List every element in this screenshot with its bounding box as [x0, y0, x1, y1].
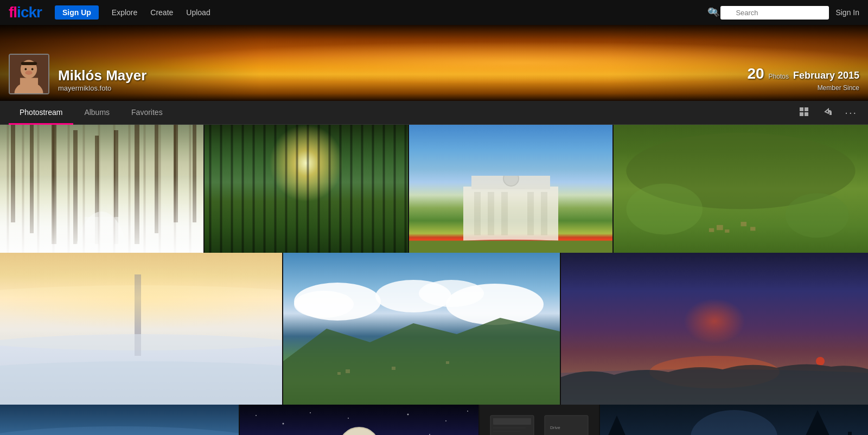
tabs-right: ···	[795, 101, 868, 124]
photo-cell[interactable]	[205, 125, 408, 253]
svg-rect-87	[493, 418, 531, 425]
svg-marker-58	[283, 318, 560, 405]
nav-search-area: 🔍 Sign In	[707, 6, 859, 20]
member-since-value: February 2015	[793, 70, 859, 81]
svg-rect-21	[155, 125, 158, 233]
avatar[interactable]	[9, 54, 49, 94]
photo-cell[interactable]	[409, 125, 612, 253]
svg-rect-7	[21, 62, 37, 65]
search-input[interactable]	[720, 6, 829, 20]
signin-link[interactable]: Sign In	[835, 8, 859, 17]
svg-rect-30	[501, 192, 508, 235]
svg-point-24	[74, 212, 129, 253]
svg-rect-28	[474, 192, 481, 235]
svg-rect-9	[800, 107, 803, 111]
photo-cell[interactable]	[240, 405, 478, 435]
svg-rect-23	[193, 125, 196, 222]
photo-row-1	[0, 125, 868, 253]
svg-point-6	[31, 68, 34, 71]
profile-stats: 20 Photos February 2015 Member Since	[747, 65, 859, 94]
search-icon-wrap: 🔍	[707, 6, 829, 20]
svg-rect-19	[114, 130, 118, 244]
svg-point-40	[626, 184, 703, 235]
upload-link[interactable]: Upload	[186, 8, 210, 17]
photo-count-area: 20 Photos February 2015	[747, 65, 859, 82]
tabs-left: Photostream Albums Favorites	[9, 101, 174, 124]
svg-rect-37	[409, 241, 612, 253]
explore-link[interactable]: Explore	[112, 8, 137, 17]
svg-point-65	[816, 357, 825, 366]
svg-rect-45	[741, 222, 747, 226]
svg-point-77	[467, 411, 468, 412]
svg-point-76	[445, 420, 446, 421]
svg-rect-11	[800, 112, 803, 116]
svg-point-56	[294, 291, 354, 318]
svg-point-50	[0, 334, 282, 405]
svg-rect-14	[11, 125, 15, 222]
svg-rect-61	[392, 367, 395, 370]
svg-rect-20	[135, 125, 139, 244]
photo-row-2	[0, 253, 868, 405]
photo-cell[interactable]	[614, 125, 868, 253]
photo-row-3: Drive Drive	[0, 405, 868, 435]
photo-cell[interactable]	[283, 253, 560, 405]
tabs-bar: Photostream Albums Favorites ···	[0, 101, 868, 125]
svg-rect-43	[717, 225, 723, 230]
create-link[interactable]: Create	[150, 8, 173, 17]
svg-rect-47	[0, 253, 282, 405]
logo-pink: fl	[9, 4, 17, 21]
svg-point-48	[0, 285, 282, 350]
tab-albums[interactable]: Albums	[73, 101, 120, 125]
profile-username: mayermiklos.foto	[58, 84, 146, 92]
photos-label: Photos	[769, 73, 789, 80]
profile-text: Miklós Mayer mayermiklos.foto	[58, 67, 146, 94]
svg-rect-3	[20, 78, 38, 93]
photo-cell[interactable]: Drive Drive	[480, 405, 599, 435]
svg-rect-46	[750, 227, 755, 231]
svg-point-75	[407, 414, 409, 415]
tab-photostream[interactable]: Photostream	[9, 101, 73, 125]
logo-blue: ickr	[17, 4, 42, 21]
svg-rect-44	[725, 229, 729, 233]
svg-rect-42	[709, 228, 714, 232]
svg-point-34	[503, 176, 519, 186]
profile-name: Miklós Mayer	[58, 67, 146, 84]
svg-point-71	[256, 415, 257, 416]
photo-cell[interactable]	[600, 405, 868, 435]
flickr-logo[interactable]: flickr	[9, 4, 42, 21]
tab-favorites[interactable]: Favorites	[120, 101, 174, 125]
photo-cell[interactable]	[0, 125, 203, 253]
photos-count: 20	[747, 65, 764, 82]
svg-rect-25	[84, 217, 119, 253]
svg-point-41	[786, 193, 849, 238]
photo-cell[interactable]	[561, 253, 868, 405]
photo-cell[interactable]	[0, 405, 239, 435]
svg-rect-89	[493, 431, 520, 432]
svg-rect-16	[52, 125, 56, 244]
more-options-button[interactable]: ···	[840, 103, 861, 122]
svg-rect-49	[135, 274, 141, 356]
svg-point-8	[25, 71, 32, 75]
grid-view-button[interactable]	[795, 104, 813, 122]
svg-rect-62	[446, 361, 449, 364]
svg-point-72	[283, 423, 284, 425]
svg-rect-29	[488, 192, 494, 235]
svg-rect-88	[493, 427, 526, 428]
svg-point-51	[0, 361, 282, 405]
profile-header: Miklós Mayer mayermiklos.foto 20 Photos …	[0, 25, 868, 101]
svg-point-73	[310, 412, 311, 413]
photo-grid: Drive Drive	[0, 125, 868, 435]
svg-rect-32	[541, 192, 547, 235]
svg-rect-10	[805, 107, 808, 111]
search-icon: 🔍	[707, 8, 718, 17]
svg-rect-60	[346, 369, 350, 373]
svg-rect-17	[73, 130, 78, 244]
top-navigation: flickr Sign Up Explore Create Upload 🔍 S…	[0, 0, 868, 25]
svg-rect-59	[337, 372, 341, 375]
svg-rect-12	[805, 112, 808, 116]
share-button[interactable]	[818, 104, 836, 122]
member-since-label: Member Since	[818, 84, 859, 92]
signup-button[interactable]: Sign Up	[55, 5, 99, 20]
photo-cell[interactable]	[0, 253, 282, 405]
svg-rect-18	[95, 136, 99, 244]
